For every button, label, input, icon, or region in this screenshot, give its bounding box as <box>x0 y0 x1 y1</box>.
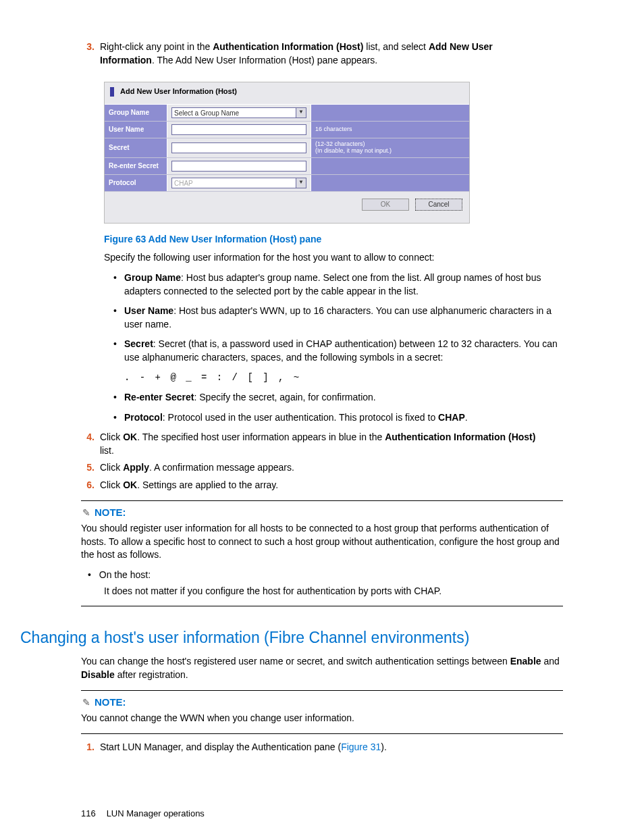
reenter-secret-input[interactable] <box>171 161 306 172</box>
step-6: 6. Click OK. Settings are applied to the… <box>81 479 563 492</box>
field-description-list: Group Name: Host bus adapter's group nam… <box>111 271 563 365</box>
note-bullets: On the host: It does not matter if you c… <box>88 569 563 598</box>
list-item: User Name: Host bus adapter's WWN, up to… <box>111 305 563 331</box>
note-block: ✎ NOTE: You cannot change the WWN when y… <box>81 695 563 725</box>
note-body: You cannot change the WWN when you chang… <box>81 712 563 725</box>
text: : Protocol used in the user authenticati… <box>163 412 438 423</box>
ok-button[interactable]: OK <box>362 199 409 211</box>
divider <box>81 606 563 606</box>
chevron-down-icon[interactable]: ▼ <box>296 107 306 118</box>
text: . The Add New User Information (Host) pa… <box>152 55 377 66</box>
row-reenter-secret: Re-enter Secret <box>105 157 469 174</box>
step-number: 1. <box>81 741 95 754</box>
list-item: Group Name: Host bus adapter's group nam… <box>111 271 563 298</box>
text: : Host bus adapter's group name. Select … <box>124 272 541 296</box>
step-text: Click OK. Settings are applied to the ar… <box>100 479 539 492</box>
list-item: Protocol: Protocol used in the user auth… <box>111 411 563 425</box>
bold: Re-enter Secret <box>124 392 194 402</box>
list-item: Secret: Secret (that is, a password used… <box>111 338 563 364</box>
divider <box>81 733 563 734</box>
row-secret: Secret (12-32 characters) (In disable, i… <box>105 138 469 157</box>
footer-title: LUN Manager operations <box>107 808 205 818</box>
step-number: 5. <box>81 461 95 475</box>
note-icon: ✎ <box>81 506 92 520</box>
list-item: Re-enter Secret: Specify the secret, aga… <box>111 391 563 405</box>
text: list, and select <box>363 41 429 52</box>
symbol-list: . - + @ _ = : / [ ] , ~ <box>124 371 563 385</box>
step-3: 3. Right-click any point in the Authenti… <box>81 41 563 67</box>
bold: User Name <box>124 305 173 316</box>
note-label: NOTE: <box>95 506 126 518</box>
row-group-name: Group Name Select a Group Name ▼ <box>105 104 469 121</box>
divider <box>81 500 563 501</box>
step-text: Start LUN Manager, and display the Authe… <box>100 741 539 754</box>
note-subtext: It does not matter if you configure the … <box>104 585 563 598</box>
protocol-select[interactable]: CHAP ▼ <box>167 174 311 191</box>
text: Click <box>100 462 123 473</box>
step-number: 3. <box>81 41 95 54</box>
row-protocol: Protocol CHAP ▼ <box>105 174 469 191</box>
select-value: CHAP <box>171 178 296 188</box>
text: (12-32 characters) <box>315 140 365 147</box>
dialog-pane: Add New User Information (Host) Group Na… <box>104 82 470 224</box>
bold: OK <box>123 432 137 442</box>
note-label: NOTE: <box>95 696 126 708</box>
text: Click <box>100 432 123 442</box>
step-4: 4. Click OK. The specified host user inf… <box>81 431 563 457</box>
step-number: 6. <box>81 479 95 492</box>
note-body: You should register user information for… <box>81 522 563 562</box>
page-number: 116 <box>81 808 104 820</box>
bold: Disable <box>81 669 115 680</box>
note-icon: ✎ <box>81 696 92 710</box>
bold: Authentication Information (Host) <box>385 432 535 442</box>
hint <box>311 174 470 191</box>
bold: Protocol <box>124 412 163 423</box>
chevron-down-icon[interactable]: ▼ <box>296 178 306 188</box>
cancel-button[interactable]: Cancel <box>415 199 462 211</box>
text: (In disable, it may not input.) <box>315 147 392 154</box>
user-name-input[interactable] <box>171 124 306 135</box>
step-text: Click OK. The specified host user inform… <box>100 431 539 457</box>
dialog-button-row: OK Cancel <box>105 192 469 223</box>
figure-xref[interactable]: Figure 31 <box>341 741 381 752</box>
text: list. <box>100 445 114 456</box>
field-description-list-2: Re-enter Secret: Specify the secret, aga… <box>111 391 563 424</box>
secret-input[interactable] <box>171 142 306 153</box>
hint <box>311 157 470 174</box>
text: Click <box>100 479 123 490</box>
note-block: ✎ NOTE: You should register user informa… <box>81 505 563 598</box>
text: . A confirmation message appears. <box>149 462 294 473</box>
bold: CHAP <box>438 412 465 423</box>
group-name-select[interactable]: Select a Group Name ▼ <box>167 104 311 121</box>
text: : Secret (that is, a password used in CH… <box>124 338 558 363</box>
dialog-title: Add New User Information (Host) <box>120 88 237 96</box>
bold: OK <box>123 479 137 490</box>
bold: Authentication Information (Host) <box>213 41 363 52</box>
section-heading: Changing a host's user information (Fibr… <box>20 627 563 648</box>
step-text: Click Apply. A confirmation message appe… <box>100 461 539 475</box>
page-footer: 116 LUN Manager operations <box>81 808 563 820</box>
bold: Apply <box>123 462 149 473</box>
label: User Name <box>105 121 167 138</box>
select-value: Select a Group Name <box>171 107 296 118</box>
title-marker <box>110 87 114 97</box>
step-text: Right-click any point in the Authenticat… <box>100 41 539 67</box>
hint: 16 characters <box>311 121 470 138</box>
hint <box>311 104 470 121</box>
text: : Specify the secret, again, for confirm… <box>194 392 376 402</box>
bold: Group Name <box>124 272 181 283</box>
paragraph: You can change the host's registered use… <box>81 655 563 681</box>
section-step-1: 1. Start LUN Manager, and display the Au… <box>81 741 563 754</box>
figure-caption: Figure 63 Add New User Information (Host… <box>104 233 563 246</box>
text: On the host: <box>99 569 151 580</box>
text: Start LUN Manager, and display the Authe… <box>100 741 341 752</box>
label: Secret <box>105 138 167 157</box>
list-item: On the host: It does not matter if you c… <box>88 569 563 598</box>
step-5: 5. Click Apply. A confirmation message a… <box>81 461 563 475</box>
label: Re-enter Secret <box>105 157 167 174</box>
bold: Enable <box>510 656 541 667</box>
hint: (12-32 characters) (In disable, it may n… <box>311 138 470 157</box>
text: . <box>465 412 468 423</box>
bold: Secret <box>124 338 153 349</box>
text: and <box>541 656 560 667</box>
